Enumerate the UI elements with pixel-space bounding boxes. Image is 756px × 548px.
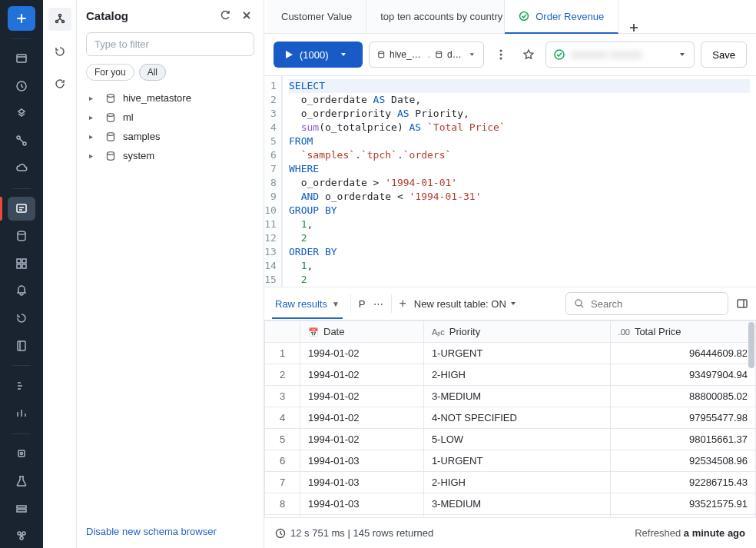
check-icon: [519, 11, 529, 22]
context-schema-label: de…: [447, 49, 464, 60]
context-catalog-label: hive_m…: [390, 49, 423, 60]
experiments-icon[interactable]: [8, 469, 35, 493]
table-row[interactable]: 31994-01-023-MEDIUM88800085.02: [265, 386, 756, 407]
chip-for-you[interactable]: For you: [86, 64, 134, 81]
pipelines-icon[interactable]: [8, 401, 35, 426]
schema-tree-icon[interactable]: [48, 8, 71, 31]
table-row[interactable]: 21994-01-022-HIGH93497904.94: [265, 364, 756, 386]
history-mini-icon[interactable]: [48, 40, 71, 63]
tree-item[interactable]: ▸system: [81, 146, 259, 165]
svg-point-18: [58, 15, 61, 17]
workflows-icon[interactable]: [8, 128, 35, 153]
svg-rect-7: [22, 259, 26, 263]
table-row[interactable]: 61994-01-031-URGENT92534508.96: [265, 450, 756, 472]
alerts-icon[interactable]: [8, 279, 35, 304]
refresh-catalog-icon[interactable]: [217, 8, 233, 23]
column-header[interactable]: AᵦcPriority: [423, 321, 610, 343]
results-search-input[interactable]: [591, 298, 720, 310]
status-bar: 12 s 751 ms | 145 rows returned Refreshe…: [264, 517, 756, 548]
save-button[interactable]: Save: [701, 42, 747, 68]
results-table-wrap[interactable]: 📅DateAᵦcPriority.00Total Price 11994-01-…: [264, 320, 756, 517]
svg-rect-9: [22, 264, 26, 268]
catalog-title: Catalog: [86, 9, 211, 22]
svg-point-24: [108, 151, 114, 154]
svg-point-26: [378, 51, 383, 54]
kebab-menu-icon[interactable]: [490, 44, 512, 65]
add-result-tab-button[interactable]: +: [400, 297, 406, 311]
table-row[interactable]: 51994-01-025-LOW98015661.37: [265, 429, 756, 450]
table-row[interactable]: 91994-01-034-NOT SPECIFIED87568531.46: [265, 515, 756, 518]
results-tab-bar: Raw results ▼ P ⋯ + New result table: ON: [264, 287, 756, 320]
new-result-toggle[interactable]: New result table: ON: [414, 298, 517, 310]
results-tab-extra[interactable]: P: [359, 298, 366, 310]
svg-rect-0: [17, 55, 26, 62]
type-icon: .00: [618, 327, 630, 337]
vertical-scrollbar[interactable]: [748, 322, 754, 368]
sql-editor[interactable]: 123456789101112131415 SELECT o_orderdate…: [264, 76, 756, 287]
catalog-filter-input[interactable]: [86, 32, 254, 56]
status-timing: 12 s 751 ms | 145 rows returned: [290, 527, 433, 539]
chip-all[interactable]: All: [139, 64, 166, 81]
svg-point-22: [108, 113, 114, 116]
results-table: 📅DateAᵦcPriority.00Total Price 11994-01-…: [264, 320, 756, 517]
chevron-right-icon: ▸: [89, 113, 98, 121]
disable-schema-browser-link[interactable]: Disable new schema browser: [86, 526, 217, 537]
run-limit-label: (1000): [300, 49, 329, 61]
run-dropdown-button[interactable]: [340, 42, 363, 68]
table-row[interactable]: 71994-01-032-HIGH92286715.43: [265, 472, 756, 493]
run-button[interactable]: (1000): [274, 42, 340, 68]
editor-tab[interactable]: Order Revenue: [505, 0, 618, 34]
svg-rect-14: [17, 510, 26, 512]
table-row[interactable]: 81994-01-033-MEDIUM93521575.91: [265, 493, 756, 515]
tree-item-label: system: [123, 150, 154, 161]
refresh-mini-icon[interactable]: [48, 72, 71, 95]
column-header[interactable]: 📅Date: [300, 321, 424, 343]
results-search[interactable]: [565, 292, 728, 315]
column-header[interactable]: .00Total Price: [610, 321, 755, 343]
tree-item-label: samples: [123, 131, 160, 142]
nav-rail: [0, 0, 43, 548]
results-tab-more-icon[interactable]: ⋯: [373, 298, 383, 310]
data-icon[interactable]: [8, 101, 35, 126]
tree-item[interactable]: ▸hive_metastore: [81, 88, 259, 108]
dashboards-icon[interactable]: [8, 251, 35, 276]
database-icon: [104, 93, 117, 104]
queries-icon[interactable]: [8, 224, 35, 248]
results-tab-raw[interactable]: Raw results ▼: [272, 298, 343, 319]
recents-icon[interactable]: [8, 74, 35, 98]
tree-item[interactable]: ▸ml: [81, 108, 259, 127]
new-tab-button[interactable]: [618, 22, 649, 33]
editor-tab[interactable]: Customer Value: [267, 0, 366, 33]
svg-rect-13: [17, 506, 26, 508]
svg-rect-8: [17, 264, 21, 268]
svg-point-3: [23, 142, 26, 145]
table-row[interactable]: 11994-01-021-URGENT96444609.82: [265, 343, 756, 364]
catalog-nav-icon[interactable]: [8, 334, 35, 358]
workspace-icon[interactable]: [8, 47, 35, 71]
models-icon[interactable]: [8, 497, 35, 521]
svg-rect-4: [17, 204, 26, 212]
panel-toggle-icon[interactable]: [736, 297, 748, 310]
svg-point-30: [499, 58, 502, 60]
tab-label: Order Revenue: [536, 11, 604, 22]
context-picker[interactable]: hive_m… . de…: [369, 42, 484, 68]
marketplace-icon[interactable]: [8, 523, 35, 548]
query-toolbar: (1000) hive_m… . de… xxxxxxxx xxxxxxx Sa…: [264, 34, 756, 76]
history-icon[interactable]: [8, 306, 35, 330]
catalog-tree: ▸hive_metastore▸ml▸samples▸system: [77, 87, 264, 518]
close-catalog-icon[interactable]: [239, 8, 254, 23]
lineage-icon[interactable]: [8, 374, 35, 398]
tree-item-label: hive_metastore: [123, 92, 191, 104]
ml-icon[interactable]: [8, 441, 35, 466]
svg-point-5: [18, 231, 25, 234]
favorite-icon[interactable]: [518, 44, 539, 65]
editor-tab[interactable]: top ten accounts by country: [366, 0, 505, 33]
cloud-icon[interactable]: [8, 156, 35, 181]
tree-item[interactable]: ▸samples: [81, 127, 259, 146]
svg-rect-10: [18, 341, 25, 350]
table-row[interactable]: 41994-01-024-NOT SPECIFIED97955477.98: [265, 407, 756, 429]
new-button[interactable]: [8, 6, 35, 31]
database-icon: [104, 151, 117, 161]
sql-editor-icon[interactable]: [8, 197, 35, 221]
cluster-picker[interactable]: xxxxxxxx xxxxxxx: [545, 42, 695, 68]
